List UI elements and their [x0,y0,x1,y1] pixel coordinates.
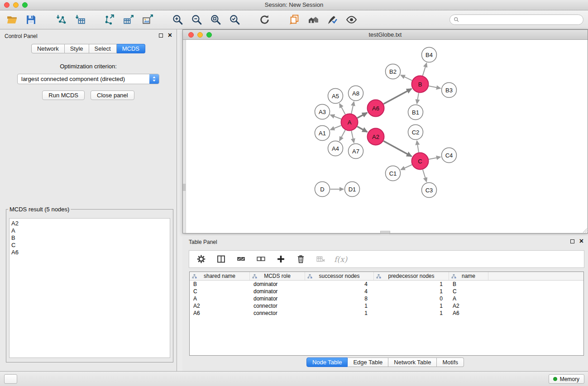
graph-edge-A2-C[interactable] [383,141,411,156]
graph-edge-A-A3[interactable] [330,115,341,119]
delete-row-button[interactable] [294,253,307,266]
memory-button[interactable]: Memory [549,374,584,384]
graph-edge-C-C2[interactable] [417,141,419,152]
run-mcds-button[interactable]: Run MCDS [42,91,85,100]
graph-edge-B-B3[interactable] [429,86,440,88]
zoom-selected-button[interactable] [225,12,244,28]
mcds-result-list[interactable]: A2ABCA6 [9,218,170,358]
export-network-button[interactable] [100,12,119,28]
graph-node-C1[interactable]: C1 [386,166,401,181]
import-table-button[interactable] [70,12,89,28]
close-table-panel-icon[interactable]: × [579,239,583,243]
task-history-button[interactable] [4,374,17,384]
graph-node-C3[interactable]: C3 [422,183,437,198]
graph-edge-C-C1[interactable] [401,165,412,170]
table-row[interactable]: Cdominator41C [190,288,583,295]
function-builder-button[interactable]: f(x) [334,255,347,264]
graph-node-A[interactable]: A [341,114,358,131]
graph-node-B3[interactable]: B3 [442,83,457,98]
zoom-in-button[interactable] [168,12,187,28]
column-header-name[interactable]: name [449,272,488,280]
export-image-button[interactable] [138,12,157,28]
zoom-network-window-icon[interactable] [206,32,212,38]
graph-node-A7[interactable]: A7 [349,144,363,159]
minimize-window-icon[interactable] [13,2,19,8]
zoom-out-button[interactable] [187,12,206,28]
graph-node-B4[interactable]: B4 [422,48,437,62]
table-row[interactable]: A2connector11A2 [190,302,583,310]
search-input[interactable] [449,14,583,25]
import-network-button[interactable] [51,12,70,28]
graph-edge-B-B2[interactable] [401,75,412,81]
column-header-predecessor-nodes[interactable]: predecessor nodes [374,272,449,280]
copy-style-button[interactable] [285,12,304,28]
column-header-MCDS-role[interactable]: MCDS role [250,272,305,280]
home-button[interactable] [304,12,323,28]
table-row[interactable]: Bdominator41B [190,281,583,288]
tab-select[interactable]: Select [89,44,117,53]
graph-node-B2[interactable]: B2 [386,64,401,79]
splitter-grip[interactable] [183,184,186,191]
graph-edge-A-A2[interactable] [357,126,367,132]
column-header-shared-name[interactable]: shared name [190,272,250,280]
tab-edge-table[interactable]: Edge Table [348,357,388,367]
result-item[interactable]: B [11,234,170,242]
graph-node-A1[interactable]: A1 [315,126,330,141]
table-row[interactable]: A6connector11A6 [190,310,583,317]
float-panel-icon[interactable] [159,33,163,38]
tab-node-table[interactable]: Node Table [306,357,348,367]
close-panel-icon[interactable]: × [168,33,172,38]
network-window-titlebar[interactable]: testGlobe.txt [183,30,588,40]
select-all-button[interactable] [234,253,247,266]
close-window-icon[interactable] [4,2,10,8]
graph-node-C2[interactable]: C2 [408,125,423,140]
navigator-splitter[interactable] [183,40,186,233]
resize-grip-icon[interactable] [582,227,588,233]
column-header-successor-nodes[interactable]: successor nodes [305,272,374,280]
refresh-button[interactable] [255,12,274,28]
float-table-panel-icon[interactable] [570,239,574,243]
graph-node-D1[interactable]: D1 [345,182,360,197]
graph-edge-A-A6[interactable] [357,113,367,118]
graph-node-B[interactable]: B [412,76,429,93]
zoom-window-icon[interactable] [22,2,28,8]
graph-edge-A-A7[interactable] [351,131,354,143]
network-graph[interactable]: B4B2BB3A5A8A6B1A3AC2A1A2A4A7C4CC1DD1C3 [186,40,588,233]
graph-node-A3[interactable]: A3 [315,105,330,119]
graph-edge-A-A4[interactable] [339,130,345,141]
tab-network[interactable]: Network [31,44,65,53]
close-panel-button[interactable]: Close panel [91,91,134,100]
deselect-all-button[interactable] [254,253,267,266]
open-session-button[interactable] [2,12,21,28]
graph-edge-B-B1[interactable] [417,93,419,103]
result-item[interactable]: A6 [11,249,170,256]
add-row-button[interactable] [274,253,287,266]
graph-node-B1[interactable]: B1 [408,105,423,120]
tab-mcds[interactable]: MCDS [117,44,145,53]
graph-node-C[interactable]: C [412,153,429,170]
graph-node-A8[interactable]: A8 [349,86,363,101]
graph-node-A5[interactable]: A5 [328,89,343,104]
result-item[interactable]: A [11,227,170,234]
export-table-button[interactable] [119,12,138,28]
graph-edge-A6-B[interactable] [383,89,411,104]
graph-node-D[interactable]: D [315,182,330,197]
bottom-splitter-grip[interactable] [380,231,390,233]
tab-style[interactable]: Style [65,44,89,53]
graph-edge-C-C4[interactable] [429,157,440,159]
result-item[interactable]: C [11,242,170,249]
tab-network-table[interactable]: Network Table [388,357,437,367]
close-network-window-icon[interactable] [188,32,194,38]
table-settings-button[interactable] [195,253,207,266]
tab-motifs[interactable]: Motifs [437,357,464,367]
minimize-network-window-icon[interactable] [197,32,203,38]
show-hide-button[interactable] [342,12,361,28]
graph-node-C4[interactable]: C4 [442,148,457,163]
show-columns-button[interactable] [215,253,227,266]
graph-node-A2[interactable]: A2 [368,129,384,145]
graph-edge-A-A1[interactable] [330,125,341,130]
graph-edge-C-C3[interactable] [423,170,426,182]
graph-edge-A-A8[interactable] [351,102,354,114]
graph-node-A6[interactable]: A6 [368,100,384,117]
save-session-button[interactable] [21,12,40,28]
